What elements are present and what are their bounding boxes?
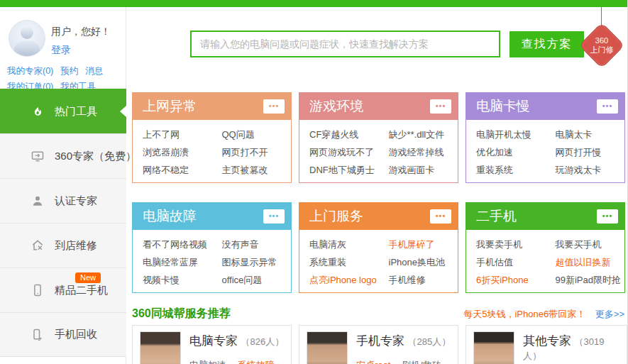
card-link[interactable]: 图标显示异常 <box>212 253 292 271</box>
card-link[interactable]: 网页游戏玩不了 <box>299 143 379 161</box>
card-link[interactable]: 99新iPad限时抢 <box>546 271 625 289</box>
card-title: 游戏环境 <box>309 97 363 116</box>
card-header: 游戏环境 ••• <box>299 93 458 120</box>
page: 用户，您好！ 登录 我的专家(0) 预约 消息 我的订单(0) 我的工具 热门工… <box>0 0 628 364</box>
expert-tag[interactable]: 安卓root <box>356 360 390 364</box>
card-link[interactable]: 超值以旧换新 <box>546 253 625 271</box>
card-link[interactable]: 视频卡慢 <box>133 271 212 289</box>
card-link[interactable]: 游戏经常掉线 <box>379 143 458 161</box>
card-link[interactable]: 浏览器崩溃 <box>133 143 212 161</box>
expert-card-other[interactable]: 其他专家 （3019人） 系统重装 游戏问题 <box>466 325 627 364</box>
more-link[interactable]: 更多>> <box>595 309 624 319</box>
card-link[interactable]: 主页被篡改 <box>212 161 292 179</box>
card-computer-fault: 电脑故障 ••• 看不了网络视频 没有声音 电脑经常蓝屏 图标显示异常 视频卡慢… <box>132 202 292 293</box>
card-link[interactable]: 电脑开机太慢 <box>466 126 546 143</box>
card-link[interactable]: 游戏画面卡 <box>379 161 458 179</box>
monitor-icon <box>30 148 45 164</box>
card-link[interactable]: 网页打开慢 <box>546 143 625 161</box>
card-link[interactable]: DNF地下城勇士 <box>299 161 379 179</box>
card-link[interactable]: 电脑经常蓝屏 <box>133 253 212 271</box>
card-header: 上门服务 ••• <box>299 203 458 230</box>
card-link[interactable]: 电脑清灰 <box>299 236 379 253</box>
card-link[interactable]: 6折买iPhone <box>466 271 546 289</box>
more-dots-button[interactable]: ••• <box>263 209 285 224</box>
card-link[interactable]: 手机屏碎了 <box>379 236 458 253</box>
more-dots-button[interactable]: ••• <box>430 209 451 224</box>
search-input[interactable] <box>190 31 500 57</box>
sidebar-item-label: 热门工具 <box>55 105 97 118</box>
card-link[interactable]: 没有声音 <box>212 236 292 253</box>
user-greeting: 用户，您好！ <box>51 26 111 38</box>
promo-right: 每天5块钱，iPhone6带回家！ 更多>> <box>463 308 624 321</box>
card-link[interactable]: QQ问题 <box>212 126 292 143</box>
appointments-link[interactable]: 预约 <box>60 65 78 77</box>
expert-tag[interactable]: 电脑加速 <box>189 360 226 364</box>
expert-name-row: 电脑专家 （826人） <box>189 333 287 349</box>
store-repair-icon <box>30 238 45 253</box>
expert-tag[interactable]: 刷机/救砖 <box>402 360 441 364</box>
card-link[interactable]: CF穿越火线 <box>299 126 379 143</box>
card-link[interactable]: 手机估值 <box>466 253 546 271</box>
card-link[interactable]: 上不了网 <box>133 126 212 143</box>
active-arrow-notch <box>120 106 126 117</box>
person-icon <box>30 193 45 209</box>
expert-name: 手机专家 <box>356 334 404 348</box>
promo-ad-link[interactable]: 每天5块钱，iPhone6带回家！ <box>463 309 585 319</box>
card-link[interactable]: 缺少**.dll文件 <box>379 126 458 143</box>
more-dots-button[interactable]: ••• <box>263 99 285 114</box>
my-experts-link[interactable]: 我的专家(0) <box>7 65 53 77</box>
card-computer-slow: 电脑卡慢 ••• 电脑开机太慢 电脑太卡 优化加速 网页打开慢 重装系统 玩游戏… <box>466 92 625 183</box>
more-dots-button[interactable]: ••• <box>597 99 618 114</box>
card-network-issues: 上网异常 ••• 上不了网 QQ问题 浏览器崩溃 网页打不开 网络不稳定 主页被… <box>132 92 292 183</box>
card-link[interactable]: 点亮iPhone logo <box>299 271 379 289</box>
card-link[interactable]: 网页打不开 <box>212 143 292 161</box>
card-link[interactable]: 玩游戏太卡 <box>546 161 625 179</box>
top-accent-bar <box>0 0 628 7</box>
card-link[interactable]: 手机维修 <box>379 271 458 289</box>
sidebar-item-premium-used-phone[interactable]: 精品二手机 New <box>0 268 126 312</box>
card-header: 电脑卡慢 ••• <box>466 93 624 120</box>
card-link[interactable]: office问题 <box>212 271 292 289</box>
expert-photo <box>307 331 348 364</box>
card-body: CF穿越火线 缺少**.dll文件 网页游戏玩不了 游戏经常掉线 DNF地下城勇… <box>299 120 458 179</box>
card-link[interactable]: 优化加速 <box>466 143 546 161</box>
sidebar-item-phone-recycle[interactable]: 手机回收 <box>0 312 126 357</box>
expert-tag[interactable]: 系统故障 <box>238 360 275 364</box>
sidebar-item-store-repair[interactable]: 到店维修 <box>0 223 126 268</box>
card-header: 电脑故障 ••• <box>133 203 291 230</box>
card-title: 二手机 <box>476 207 517 226</box>
card-title: 电脑故障 <box>143 207 197 226</box>
expert-photo <box>473 331 514 364</box>
card-link[interactable]: iPhone换电池 <box>379 253 458 271</box>
card-header: 上网异常 ••• <box>133 93 291 120</box>
sidebar-item-certified-expert[interactable]: 认证专家 <box>0 178 126 223</box>
sidebar-item-360-expert[interactable]: 360专家（免费） <box>0 133 126 178</box>
expert-card-phone[interactable]: 手机专家 （285人） 安卓root 刷机/救砖 <box>299 325 458 364</box>
card-link[interactable]: 重装系统 <box>466 161 546 179</box>
sidebar-item-hot-tools[interactable]: 热门工具 <box>0 89 126 133</box>
card-link[interactable]: 电脑太卡 <box>546 126 625 143</box>
avatar[interactable] <box>9 20 45 57</box>
login-link[interactable]: 登录 <box>51 44 71 57</box>
more-dots-button[interactable]: ••• <box>430 99 451 114</box>
search-button[interactable]: 查找方案 <box>509 31 584 57</box>
more-dots-button[interactable]: ••• <box>597 209 618 224</box>
section-title-city-services: 360同城帮服务推荐 <box>132 307 231 321</box>
card-body: 电脑清灰 手机屏碎了 系统重装 iPhone换电池 点亮iPhone logo … <box>299 230 458 289</box>
sidebar-item-label: 精品二手机 <box>55 284 108 297</box>
card-link[interactable]: 我要买手机 <box>546 236 625 253</box>
badge-360-onsite-repair[interactable]: 360 上门修 <box>578 22 624 68</box>
card-body: 上不了网 QQ问题 浏览器崩溃 网页打不开 网络不稳定 主页被篡改 <box>133 120 291 179</box>
user-panel: 用户，您好！ 登录 我的专家(0) 预约 消息 我的订单(0) 我的工具 <box>0 7 126 89</box>
card-onsite-service: 上门服务 ••• 电脑清灰 手机屏碎了 系统重装 iPhone换电池 点亮iPh… <box>299 202 458 293</box>
card-link[interactable]: 系统重装 <box>299 253 379 271</box>
card-link[interactable]: 网络不稳定 <box>133 161 212 179</box>
card-title: 上门服务 <box>309 207 363 226</box>
card-game-environment: 游戏环境 ••• CF穿越火线 缺少**.dll文件 网页游戏玩不了 游戏经常掉… <box>299 92 458 183</box>
card-link[interactable]: 看不了网络视频 <box>133 236 212 253</box>
expert-card-computer[interactable]: 电脑专家 （826人） 电脑加速 系统故障 <box>132 325 292 364</box>
phone-icon <box>30 282 45 298</box>
messages-link[interactable]: 消息 <box>85 65 103 77</box>
sidebar: 用户，您好！ 登录 我的专家(0) 预约 消息 我的订单(0) 我的工具 热门工… <box>0 7 126 364</box>
card-link[interactable]: 我要卖手机 <box>466 236 546 253</box>
